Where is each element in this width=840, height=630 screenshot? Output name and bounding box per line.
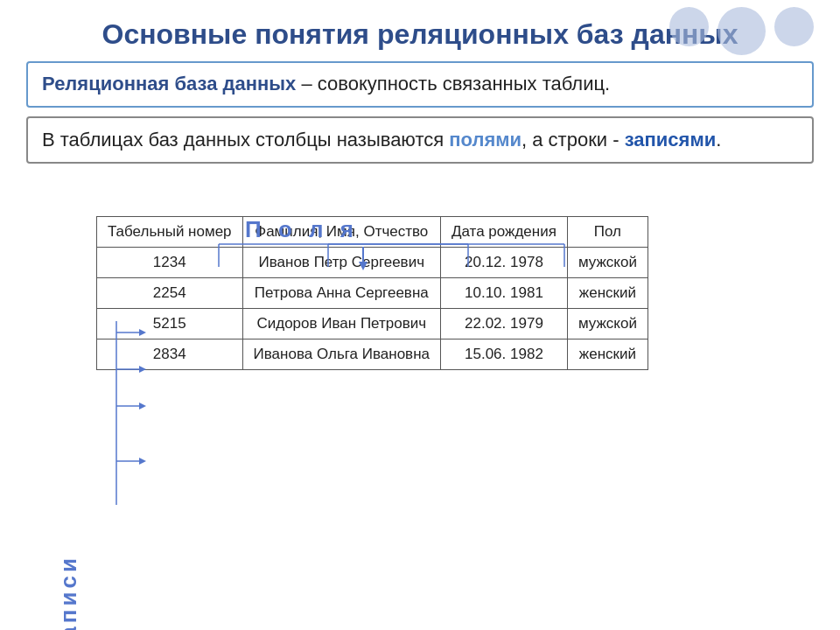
svg-marker-16	[139, 402, 146, 410]
definition-term: Реляционная база данных	[42, 73, 296, 94]
info-text-end: .	[716, 129, 721, 150]
cell-3-0: 2834	[97, 339, 243, 369]
cell-2-3: мужской	[567, 308, 648, 339]
cell-1-0: 2254	[97, 277, 243, 308]
info-text-middle: , а строки -	[522, 129, 625, 150]
cell-1-2: 10.10. 1981	[440, 277, 567, 308]
info-field-word: полями	[449, 129, 522, 150]
info-box: В таблицах баз данных столбцы называются…	[26, 116, 814, 164]
table-row: 2254Петрова Анна Сергеевна10.10. 1981жен…	[97, 277, 648, 308]
table-row: 2834Иванова Ольга Ивановна15.06. 1982жен…	[97, 339, 648, 369]
col-header-2: Дата рождения	[440, 216, 567, 247]
table-row: 5215Сидоров Иван Петрович22.02. 1979мужс…	[97, 308, 648, 339]
cell-2-2: 22.02. 1979	[440, 308, 567, 339]
definition-box: Реляционная база данных – совокупность с…	[26, 61, 814, 108]
cell-2-0: 5215	[97, 308, 243, 339]
cell-0-0: 1234	[97, 247, 243, 277]
decorative-circles	[669, 7, 814, 55]
cell-0-3: мужской	[567, 247, 648, 277]
info-text-before: В таблицах баз данных столбцы называются	[42, 129, 449, 150]
info-record-word: записями	[625, 129, 717, 150]
cell-3-3: женский	[567, 339, 648, 369]
table-wrapper: Табельный номер Фамилия, Имя, Отчество Д…	[96, 216, 814, 370]
page: Основные понятия реляционных баз данных …	[0, 0, 840, 630]
circle-3	[774, 7, 814, 46]
cell-1-3: женский	[567, 277, 648, 308]
cell-1-1: Петрова Анна Сергеевна	[242, 277, 440, 308]
polya-label: П о л я	[245, 216, 359, 243]
cell-2-1: Сидоров Иван Петрович	[242, 308, 440, 339]
cell-0-1: Иванов Петр Сергеевич	[242, 247, 440, 277]
definition-rest: – совокупность связанных таблиц.	[296, 73, 610, 94]
circle-2	[718, 7, 766, 55]
cell-0-2: 20.12. 1978	[440, 247, 567, 277]
zapisi-label: Записи	[55, 555, 82, 630]
table-row: 1234Иванов Петр Сергеевич20.12. 1978мужс…	[97, 247, 648, 277]
col-header-0: Табельный номер	[97, 216, 243, 247]
cell-3-2: 15.06. 1982	[440, 339, 567, 369]
col-header-3: Пол	[567, 216, 648, 247]
data-table: Табельный номер Фамилия, Имя, Отчество Д…	[96, 216, 648, 370]
circle-1	[669, 7, 709, 46]
table-header-row: Табельный номер Фамилия, Имя, Отчество Д…	[97, 216, 648, 247]
svg-marker-18	[139, 458, 146, 465]
cell-3-1: Иванова Ольга Ивановна	[242, 339, 440, 369]
